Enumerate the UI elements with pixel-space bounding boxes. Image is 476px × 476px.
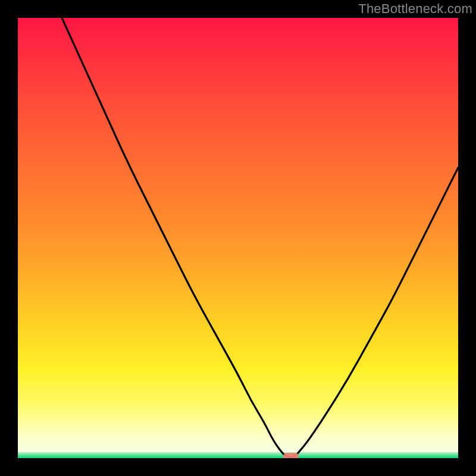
plot-area (18, 18, 458, 458)
bottleneck-curve (62, 18, 458, 458)
bottleneck-curve-svg (18, 18, 458, 458)
chart-stage: TheBottleneck.com (0, 0, 476, 476)
minimum-marker (283, 453, 299, 458)
watermark-text: TheBottleneck.com (358, 1, 472, 17)
